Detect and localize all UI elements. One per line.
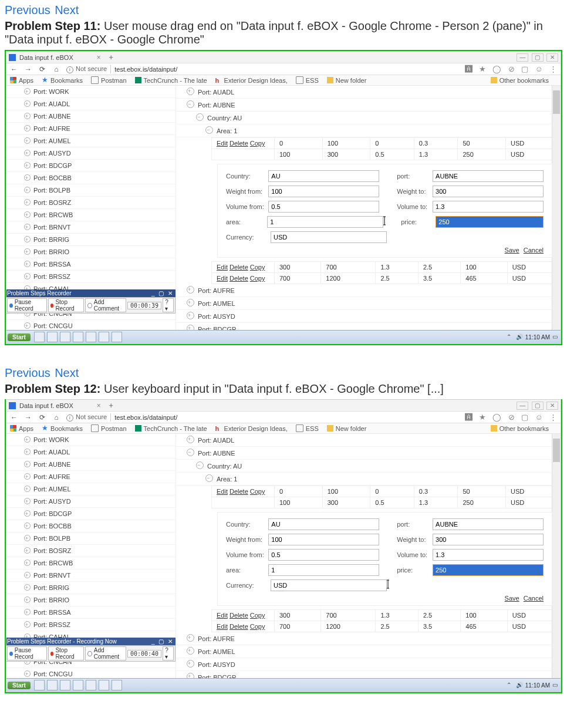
port-item[interactable]: Port: AUADL [6, 98, 176, 110]
psr-stop[interactable]: Stop Record [48, 298, 84, 312]
port-item[interactable]: Port: BDCGP [6, 160, 176, 172]
delete-link[interactable]: Delete [230, 612, 248, 619]
taskbar-icon[interactable] [73, 332, 83, 342]
port-item[interactable]: Port: AUSYD [6, 147, 176, 160]
ext-icon-1[interactable]: ◯ [492, 413, 501, 422]
vertical-scrollbar[interactable] [552, 86, 561, 330]
apps-button[interactable]: Apps [10, 77, 33, 84]
port-item[interactable]: Port: BRSSZ [6, 619, 176, 631]
reload-icon[interactable]: ⟳ [38, 65, 46, 73]
windows-taskbar[interactable]: Start ⌃ 🔊 11:10 AM ▭ [6, 678, 561, 692]
taskbar-icon[interactable] [86, 680, 96, 690]
home-icon[interactable]: ⌂ [52, 65, 60, 73]
taskbar-icon[interactable] [47, 332, 58, 342]
taskbar-icon[interactable] [99, 680, 109, 690]
vertical-scrollbar[interactable] [552, 434, 561, 678]
expand-icon[interactable] [187, 647, 194, 655]
input-country[interactable] [268, 518, 379, 530]
tree-port[interactable]: Port: AUFRE [198, 635, 235, 642]
edit-link[interactable]: Edit [217, 264, 228, 271]
copy-link[interactable]: Copy [250, 623, 265, 630]
input-currency[interactable] [271, 579, 387, 591]
tab-close-icon[interactable]: × [97, 402, 101, 410]
address-bar[interactable]: test.ebox.is/datainput/ [114, 414, 460, 421]
port-item[interactable]: Port: WORK [6, 434, 176, 446]
tree-port[interactable]: Port: AUADL [198, 437, 234, 444]
collapse-icon[interactable] [196, 461, 204, 469]
input-price[interactable] [436, 216, 544, 228]
port-item[interactable]: Port: BOSRZ [6, 197, 176, 209]
tab-close-icon[interactable]: × [97, 53, 101, 62]
tray-icon[interactable]: ▭ [552, 682, 559, 689]
delete-link[interactable]: Delete [230, 264, 248, 271]
start-button[interactable]: Start [8, 333, 31, 341]
tray-icon[interactable]: 🔊 [516, 682, 523, 689]
tab-title[interactable]: Data input f. eBOX [19, 54, 73, 61]
windows-taskbar[interactable]: Start ⌃ 🔊 11:10 AM ▭ [6, 330, 561, 343]
bookmarks-button[interactable]: ★Bookmarks [42, 425, 83, 432]
collapse-icon[interactable] [205, 474, 213, 482]
tree-area[interactable]: Area: 1 [217, 476, 237, 483]
tree-port[interactable]: Port: BDCGP [198, 674, 236, 678]
ext-icon-2[interactable]: ⊘ [508, 65, 515, 73]
expand-icon[interactable] [187, 660, 194, 668]
cancel-link[interactable]: Cancel [524, 595, 544, 602]
profile-icon[interactable]: ☺ [535, 413, 542, 422]
port-item[interactable]: Port: BOCBB [6, 520, 176, 532]
win-min-icon[interactable]: — [517, 402, 528, 410]
port-item[interactable]: Port: BRNVT [6, 569, 176, 582]
bm-newfolder[interactable]: New folder [327, 425, 367, 432]
win-close-icon[interactable]: ✕ [546, 402, 558, 410]
input-area[interactable] [267, 216, 383, 228]
translate-icon[interactable]: 🅰 [465, 413, 473, 422]
port-item[interactable]: Port: AUMEL [6, 483, 176, 496]
tree-area[interactable]: Area: 1 [217, 127, 237, 134]
input-vfrom[interactable] [268, 201, 379, 213]
save-link[interactable]: Save [505, 247, 519, 254]
tray-icon[interactable]: ⌃ [507, 333, 514, 341]
ext-icon-3[interactable]: ▢ [521, 413, 528, 422]
port-item[interactable]: Port: AUFRE [6, 471, 176, 483]
tray-icon[interactable]: 🔊 [516, 333, 523, 341]
port-item[interactable]: Port: BRSSZ [6, 271, 176, 283]
menu-icon[interactable]: ⋮ [549, 65, 557, 73]
port-item[interactable]: Port: BRSSA [6, 258, 176, 271]
win-max-icon[interactable]: ▢ [532, 53, 544, 62]
input-wfrom[interactable] [268, 534, 379, 545]
expand-icon[interactable] [187, 436, 194, 443]
tree-port[interactable]: Port: AUSYD [198, 661, 235, 668]
taskbar-icon[interactable] [99, 332, 109, 342]
ext-icon-1[interactable]: ◯ [492, 65, 501, 73]
bm-ess[interactable]: ESS [296, 76, 319, 84]
taskbar-icon[interactable] [60, 680, 70, 690]
bookmark-star-icon[interactable]: ★ [479, 65, 486, 73]
tree-port[interactable]: Port: AUMEL [198, 300, 235, 307]
port-item[interactable]: Port: BOLPB [6, 532, 176, 545]
home-icon[interactable]: ⌂ [52, 413, 60, 422]
tray-icon[interactable]: ▭ [552, 333, 559, 341]
tree-port[interactable]: Port: BDCGP [198, 326, 236, 330]
copy-link[interactable]: Copy [250, 140, 265, 147]
forward-icon[interactable]: → [24, 65, 32, 73]
expand-icon[interactable] [187, 87, 194, 95]
forward-icon[interactable]: → [24, 413, 32, 422]
bm-postman[interactable]: Postman [91, 76, 126, 84]
port-item[interactable]: Port: BRCWB [6, 557, 176, 569]
input-currency[interactable] [271, 231, 387, 243]
port-item[interactable]: Port: AUADL [6, 446, 176, 459]
edit-link[interactable]: Edit [217, 488, 228, 495]
tree-port[interactable]: Port: AUFRE [198, 287, 235, 294]
save-link[interactable]: Save [505, 595, 519, 602]
expand-icon[interactable] [187, 634, 194, 642]
win-min-icon[interactable]: — [517, 53, 528, 62]
tree-port[interactable]: Port: AUBNE [198, 102, 235, 109]
psr-stop[interactable]: Stop Record [48, 646, 84, 660]
input-wto[interactable] [433, 186, 544, 197]
menu-icon[interactable]: ⋮ [549, 413, 557, 422]
bm-techcrunch[interactable]: TechCrunch - The late [135, 425, 207, 432]
input-vfrom[interactable] [268, 549, 379, 561]
port-item[interactable]: Port: BRRIO [6, 594, 176, 606]
input-wto[interactable] [433, 534, 544, 545]
taskbar-icon[interactable] [60, 332, 70, 342]
copy-link[interactable]: Copy [250, 612, 265, 619]
